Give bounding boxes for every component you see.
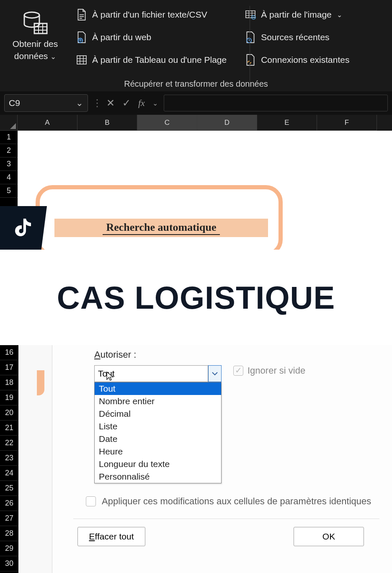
from-table-button[interactable]: À partir de Tableau ou d'une Plage	[74, 51, 229, 69]
row-header[interactable]: 16	[0, 345, 18, 360]
dropdown-option[interactable]: Décimal	[95, 408, 221, 420]
existing-connections-label: Connexions existantes	[261, 55, 349, 65]
column-header[interactable]: A	[18, 115, 77, 131]
row-header[interactable]: 26	[0, 496, 18, 511]
from-web-label: À partir du web	[92, 32, 151, 42]
row-header[interactable]: 27	[0, 511, 18, 526]
data-validation-dialog: Autoriser : Tout Ignorer si vide Tout No…	[52, 345, 392, 573]
svg-rect-7	[77, 56, 86, 64]
svg-point-18	[253, 17, 254, 18]
row-header[interactable]: 5	[0, 184, 18, 198]
column-header[interactable]: C	[137, 115, 197, 131]
row-header[interactable]: 19	[0, 390, 18, 405]
file-link-icon	[245, 54, 256, 66]
ignore-blank-checkbox[interactable]	[233, 366, 243, 376]
tiktok-badge	[0, 206, 47, 250]
row-header[interactable]: 22	[0, 436, 18, 451]
worksheet-upper[interactable]: 1 2 3 4 5 Recherche automatique	[0, 131, 392, 252]
from-textcsv-label: À partir d'un fichier texte/CSV	[92, 10, 207, 20]
card-title: Recherche automatique	[54, 219, 268, 237]
overlay-title: CAS LOGISTIQUE	[57, 279, 335, 316]
file-clock-icon	[245, 31, 256, 44]
database-icon	[22, 10, 49, 37]
table-icon	[76, 54, 87, 66]
ribbon-group-caption: Récupérer et transformer des données	[0, 79, 392, 89]
from-textcsv-button[interactable]: À partir d'un fichier texte/CSV	[74, 6, 229, 23]
dropdown-option[interactable]: Liste	[95, 420, 221, 433]
cancel-icon[interactable]: ✕	[106, 97, 115, 109]
allow-dropdown-button[interactable]	[208, 365, 222, 382]
row-header[interactable]: 3	[0, 157, 18, 171]
dropdown-option[interactable]: Longueur du texte	[95, 458, 221, 470]
select-all-triangle[interactable]	[0, 115, 18, 131]
svg-rect-1	[34, 23, 47, 34]
row-header[interactable]: 4	[0, 171, 18, 184]
apply-same-row: Appliquer ces modifications aux cellules…	[86, 496, 371, 507]
row-header[interactable]: 17	[0, 360, 18, 375]
get-data-label1: Obtenir des	[13, 39, 58, 49]
column-header[interactable]: F	[317, 115, 377, 131]
dropdown-option[interactable]: Tout	[95, 382, 221, 395]
row-header[interactable]: 25	[0, 481, 18, 496]
dialog-separator	[73, 519, 379, 519]
clear-all-button[interactable]: Effacer tout	[77, 527, 145, 546]
column-header-row: A B C D E F	[0, 115, 392, 131]
formula-input[interactable]	[164, 95, 388, 111]
tiktok-icon	[13, 217, 34, 239]
row-header[interactable]: 28	[0, 526, 18, 541]
row-header[interactable]: 2	[0, 144, 18, 157]
dialog-area: Autoriser : Tout Ignorer si vide Tout No…	[18, 345, 392, 573]
enter-icon[interactable]: ✓	[122, 97, 131, 109]
chevron-down-icon: ⌄	[50, 53, 56, 61]
column-header[interactable]: E	[257, 115, 317, 131]
card-title-text: Recherche automatique	[103, 221, 219, 235]
row-header[interactable]: 24	[0, 466, 18, 481]
overlay-strip: CAS LOGISTIQUE	[0, 250, 392, 345]
apply-same-label: Appliquer ces modifications aux cellules…	[102, 496, 371, 507]
svg-point-0	[24, 12, 39, 18]
ok-button[interactable]: OK	[294, 527, 364, 546]
from-table-label: À partir de Tableau ou d'une Plage	[92, 55, 227, 65]
ignore-blank-label: Ignorer si vide	[248, 365, 305, 376]
get-data-button[interactable]: Obtenir des données ⌄	[8, 6, 63, 62]
chevron-down-icon: ⌄	[76, 98, 83, 108]
row-header[interactable]: 23	[0, 451, 18, 466]
ribbon-separator	[250, 6, 250, 87]
row-header[interactable]: 21	[0, 421, 18, 436]
ribbon: Obtenir des données ⌄ À partir d'un fich…	[0, 0, 392, 91]
row-header[interactable]: 20	[0, 405, 18, 421]
separator: ⋮	[92, 97, 102, 109]
card-edge	[37, 370, 44, 395]
existing-connections-button[interactable]: Connexions existantes	[242, 51, 352, 69]
dropdown-option[interactable]: Personnalisé	[95, 470, 221, 483]
row-headers-lower: 16 17 18 19 20 21 22 23 24 25 26 27 28 2…	[0, 345, 18, 573]
chevron-down-icon[interactable]: ⌄	[152, 99, 158, 107]
column-header[interactable]: B	[77, 115, 137, 131]
file-globe-icon	[76, 31, 87, 44]
row-header[interactable]: 18	[0, 375, 18, 390]
allow-label: Autoriser :	[94, 349, 136, 360]
recent-sources-button[interactable]: Sources récentes	[242, 28, 352, 46]
column-header[interactable]: D	[197, 115, 257, 131]
chevron-down-icon	[212, 372, 218, 376]
fx-label[interactable]: fx	[138, 98, 145, 108]
row-header[interactable]: 1	[0, 131, 18, 144]
chevron-down-icon: ⌄	[337, 11, 342, 19]
row-header[interactable]: 30	[0, 556, 18, 571]
dropdown-option[interactable]: Date	[95, 433, 221, 445]
dropdown-option[interactable]: Heure	[95, 445, 221, 458]
row-header[interactable]: 29	[0, 541, 18, 556]
cursor-icon	[106, 371, 114, 382]
dropdown-option[interactable]: Nombre entier	[95, 395, 221, 408]
ignore-blank-row: Ignorer si vide	[233, 365, 305, 376]
from-web-button[interactable]: À partir du web	[74, 28, 229, 46]
get-data-label2: données	[14, 51, 48, 61]
image-grid-icon	[245, 8, 256, 21]
allow-dropdown-list: Tout Nombre entier Décimal Liste Date He…	[94, 382, 222, 483]
formula-bar: C9 ⌄ ⋮ ✕ ✓ fx ⌄	[0, 91, 392, 115]
apply-same-checkbox[interactable]	[86, 496, 96, 506]
from-image-label: À partir de l'image	[261, 10, 332, 20]
from-image-button[interactable]: À partir de l'image ⌄	[242, 6, 352, 23]
worksheet-lower: 16 17 18 19 20 21 22 23 24 25 26 27 28 2…	[0, 345, 392, 573]
name-box[interactable]: C9 ⌄	[4, 94, 88, 112]
